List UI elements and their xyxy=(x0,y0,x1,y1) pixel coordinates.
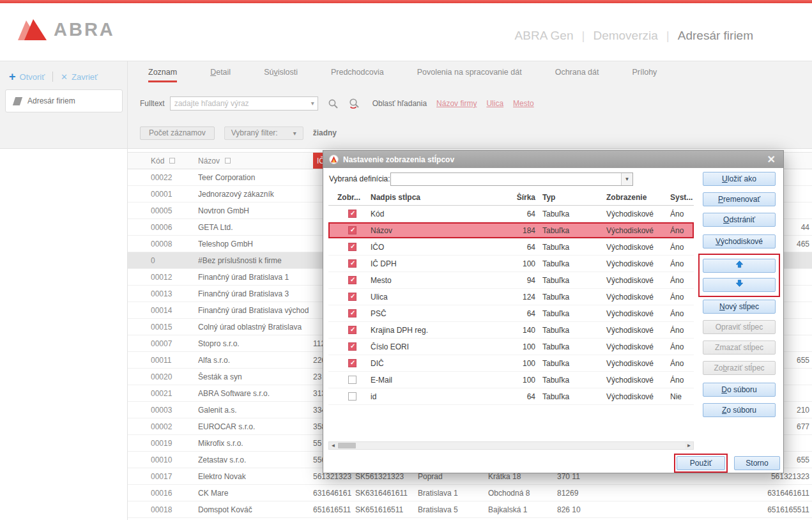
tab-prilohy[interactable]: Prílohy xyxy=(615,61,673,84)
cell-caption: PSČ xyxy=(365,309,503,318)
tab-detail[interactable]: Detail xyxy=(194,61,247,84)
cell-display: Východiskové xyxy=(601,210,664,218)
scrollbar-thumb[interactable] xyxy=(338,443,356,448)
cell-kod: 00017 xyxy=(151,472,198,481)
cell-show xyxy=(328,259,365,268)
move-up-button[interactable] xyxy=(703,259,776,273)
chevron-down-icon[interactable]: ▾ xyxy=(311,100,314,107)
table-row[interactable]: 00018 Domspot Kováč 651616511 SK65161651… xyxy=(128,501,812,518)
tab-zoznam[interactable]: Zoznam xyxy=(132,61,194,84)
cell-kod: 00019 xyxy=(151,439,198,448)
apply-button[interactable]: Použiť xyxy=(677,456,725,470)
save-as-button[interactable]: Uložiť ako xyxy=(703,172,776,186)
close-button-label: Zavrieť xyxy=(72,72,98,82)
column-row[interactable]: Mesto 94 Tabuľka Východiskové Áno xyxy=(328,272,694,289)
cell-caption: Mesto xyxy=(365,276,503,285)
cell-show xyxy=(328,293,365,301)
column-row[interactable]: Kód 64 Tabuľka Východiskové Áno xyxy=(328,206,694,222)
column-row[interactable]: IČ DPH 100 Tabuľka Východiskové Áno xyxy=(328,256,694,272)
tab-ochrana-dat[interactable]: Ochrana dát xyxy=(539,61,616,84)
close-icon[interactable]: ✕ xyxy=(765,155,778,165)
cell-kod: 00021 xyxy=(151,389,198,398)
tab-label: Prílohy xyxy=(632,68,657,80)
scroll-right-icon[interactable]: ► xyxy=(685,442,693,449)
cell-nazov: Stopro s.r.o. xyxy=(198,339,313,348)
cell-width: 64 xyxy=(503,309,537,318)
cell-caption: E-Mail xyxy=(365,376,503,385)
remove-button[interactable]: Odstrániť xyxy=(703,213,776,227)
scope-link-nazov-firmy[interactable]: Názov firmy xyxy=(436,99,477,108)
checkbox[interactable] xyxy=(348,309,356,317)
cell-show xyxy=(328,376,365,384)
column-row[interactable]: id 64 Tabuľka Východiskové Nie xyxy=(328,388,694,405)
module-title: Adresár firiem xyxy=(678,29,753,43)
checkbox[interactable] xyxy=(348,293,356,301)
to-file-button[interactable]: Do súboru xyxy=(703,383,776,397)
checkbox[interactable] xyxy=(348,359,356,367)
column-header-kod[interactable]: Kód xyxy=(151,153,198,169)
open-button[interactable]: + Otvoriť xyxy=(9,71,45,82)
move-down-button[interactable] xyxy=(703,278,776,292)
column-row[interactable]: Krajina DPH reg. 140 Tabuľka Východiskov… xyxy=(328,322,694,339)
column-row[interactable]: Názov 184 Tabuľka Východiskové Áno xyxy=(328,222,694,239)
cell-kod: 00003 xyxy=(151,406,198,415)
checkbox[interactable] xyxy=(348,276,356,284)
record-count-button[interactable]: Počet záznamov xyxy=(140,126,215,140)
column-filter-icon[interactable] xyxy=(169,158,175,164)
cell-system: Áno xyxy=(664,376,694,385)
table-row[interactable]: 00016 CK Mare 631646161 SK6316461611 Bra… xyxy=(128,485,812,501)
filter-select[interactable]: Vybraný filter: ▾ xyxy=(224,126,303,140)
search-highlight-icon[interactable] xyxy=(348,98,360,109)
column-row[interactable]: PSČ 64 Tabuľka Východiskové Áno xyxy=(328,305,694,322)
scope-link-ulica[interactable]: Ulica xyxy=(486,99,503,108)
cell-nazov: Finančný úrad Bratislava 3 xyxy=(198,289,313,298)
cell-kod: 00016 xyxy=(151,489,198,498)
tab-suvislosti[interactable]: Súvislosti xyxy=(247,61,314,84)
sidebar-item-adresar-firiem[interactable]: Adresár firiem xyxy=(5,89,123,112)
abra-dialog-icon xyxy=(329,155,339,164)
columns-grid-header[interactable]: Zobr... Nadpis stĺpca Šírka Typ Zobrazen… xyxy=(328,189,694,206)
column-row[interactable]: E-Mail 100 Tabuľka Východiskové Áno xyxy=(328,372,694,388)
column-row[interactable]: DIČ 100 Tabuľka Východiskové Áno xyxy=(328,355,694,372)
fulltext-input[interactable] xyxy=(171,97,318,110)
cell-system: Áno xyxy=(664,342,694,351)
columns-grid-body: Kód 64 Tabuľka Východiskové Áno Názov 18… xyxy=(328,206,694,405)
app-header: ABRA ABRA Gen | Demoverzia | Adresár fir… xyxy=(0,3,812,61)
column-row[interactable]: IČO 64 Tabuľka Východiskové Áno xyxy=(328,239,694,256)
scroll-left-icon[interactable]: ◄ xyxy=(329,442,337,449)
scope-link-mesto[interactable]: Mesto xyxy=(513,99,534,108)
close-window-button[interactable]: ✕ Zavrieť xyxy=(61,72,98,82)
tab-povolenia[interactable]: Povolenia na spracovanie dát xyxy=(401,61,539,84)
from-file-button[interactable]: Zo súboru xyxy=(703,403,776,417)
checkbox[interactable] xyxy=(348,259,356,268)
horizontal-scrollbar[interactable]: ◄ ► xyxy=(328,441,694,450)
arrow-up-icon xyxy=(735,260,744,268)
column-header-nazov[interactable]: Názov xyxy=(198,153,313,169)
cell-nazov: Domspot Kováč xyxy=(198,505,313,514)
dialog-titlebar[interactable]: Nastavenie zobrazenia stĺpcov ✕ xyxy=(323,151,783,168)
column-filter-icon[interactable] xyxy=(225,158,231,164)
column-row[interactable]: Číslo EORI 100 Tabuľka Východiskové Áno xyxy=(328,339,694,355)
checkbox[interactable] xyxy=(348,226,356,234)
definition-select[interactable]: ▼ xyxy=(390,172,633,186)
defaults-button[interactable]: Východiskové xyxy=(703,234,776,249)
checkbox[interactable] xyxy=(348,376,356,384)
cell-caption: Názov xyxy=(365,226,503,235)
cancel-button[interactable]: Storno xyxy=(734,456,780,470)
rename-button[interactable]: Premenovať xyxy=(703,192,776,206)
checkbox[interactable] xyxy=(348,342,356,351)
cell-dic: 6516165511 xyxy=(640,505,812,514)
column-row[interactable]: Ulica 124 Tabuľka Východiskové Áno xyxy=(328,289,694,305)
arrow-down-icon xyxy=(735,279,744,287)
columns-grid: Zobr... Nadpis stĺpca Šírka Typ Zobrazen… xyxy=(328,189,694,405)
checkbox[interactable] xyxy=(348,326,356,334)
tab-predchodcovia[interactable]: Predchodcovia xyxy=(314,61,401,84)
checkbox[interactable] xyxy=(348,243,356,251)
edit-column-button: Opraviť stĺpec xyxy=(703,320,776,334)
search-icon[interactable] xyxy=(328,98,339,109)
cell-ic-dph: SK651616511 xyxy=(355,505,418,514)
new-column-button[interactable]: Nový stĺpec xyxy=(703,300,776,314)
checkbox[interactable] xyxy=(348,210,356,218)
checkbox[interactable] xyxy=(348,392,356,401)
cell-system: Nie xyxy=(664,392,694,401)
